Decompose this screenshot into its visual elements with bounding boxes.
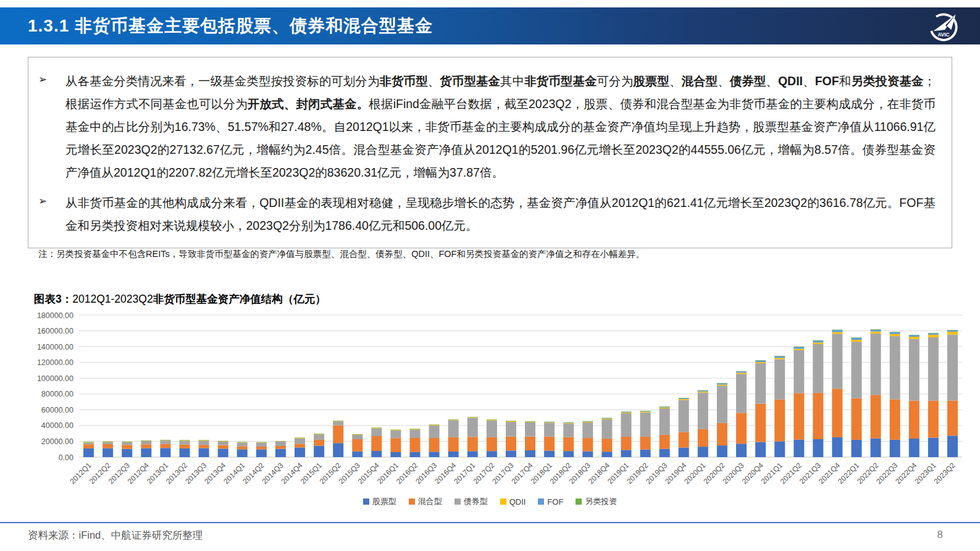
bar-segment-另类投资-2016Q4: [448, 419, 459, 420]
bar-segment-另类投资-2014Q3: [275, 441, 286, 442]
bar-segment-另类投资-2018Q3: [582, 421, 593, 422]
source-note: 资料来源：iFind、中航证券研究所整理: [28, 529, 203, 542]
bar-segment-债券型-2017Q2: [487, 421, 497, 437]
bar-segment-另类投资-2017Q4: [525, 421, 535, 422]
bar-segment-另类投资-2019Q2: [640, 411, 651, 411]
bar-segment-混合型-2016Q3: [429, 438, 440, 452]
svg-text:AVIC: AVIC: [937, 32, 949, 38]
bar-segment-债券型-2016Q3: [429, 426, 440, 438]
bar-segment-股票型-2012Q1: [83, 448, 94, 457]
bar-segment-债券型-2016Q2: [410, 429, 421, 438]
bar-segment-QDII-2020Q1: [698, 392, 708, 393]
legend-item-另类投资: 另类投资: [576, 496, 617, 507]
bar-segment-混合型-2018Q4: [601, 439, 612, 452]
bar-segment-另类投资-2015Q4: [371, 427, 382, 428]
bar-segment-混合型-2014Q1: [237, 446, 248, 449]
bar-segment-混合型-2022Q3: [890, 399, 900, 439]
bar-segment-另类投资-2012Q2: [103, 442, 113, 442]
bar-segment-股票型-2019Q1: [621, 450, 632, 457]
bar-segment-FOF-2020Q4: [755, 361, 766, 362]
bar-segment-FOF-2022Q3: [890, 332, 900, 334]
bar-segment-混合型-2012Q3: [122, 445, 132, 448]
bar-segment-债券型-2022Q1: [852, 342, 862, 398]
bar-segment-另类投资-2012Q1: [83, 442, 94, 442]
bar-segment-QDII-2022Q1: [852, 340, 862, 342]
y-axis-tick-label: 80000.00: [41, 390, 73, 398]
bar-segment-QDII-2021Q4: [832, 332, 842, 334]
bar-segment-另类投资-2021Q2: [794, 347, 804, 347]
bar-segment-股票型-2013Q3: [199, 448, 209, 457]
bar-segment-另类投资-2016Q2: [410, 429, 421, 429]
bar-segment-债券型-2015Q2: [333, 421, 343, 425]
bar-segment-FOF-2022Q1: [852, 338, 862, 340]
bar-segment-另类投资-2014Q2: [256, 442, 267, 443]
legend-swatch-icon: [363, 498, 369, 505]
bar-segment-混合型-2019Q1: [621, 437, 632, 450]
bar-segment-混合型-2017Q1: [467, 437, 478, 451]
legend-item-混合型: 混合型: [409, 496, 442, 507]
bar-segment-债券型-2013Q3: [199, 440, 209, 445]
bar-segment-股票型-2019Q3: [660, 449, 670, 457]
bar-segment-另类投资-2013Q3: [199, 440, 209, 440]
bar-segment-债券型-2013Q4: [218, 442, 228, 445]
bar-segment-债券型-2018Q4: [601, 419, 612, 439]
bar-segment-另类投资-2012Q3: [122, 442, 132, 442]
bar-segment-另类投资-2020Q2: [717, 383, 727, 384]
y-axis-tick-label: 40000.00: [41, 421, 73, 430]
bar-segment-混合型-2012Q1: [83, 444, 94, 448]
bar-segment-股票型-2019Q4: [679, 448, 689, 457]
y-axis-tick-label: 160000.00: [37, 327, 73, 335]
bar-segment-混合型-2023Q2: [947, 400, 958, 435]
bar-segment-另类投资-2022Q2: [871, 329, 881, 330]
legend-label: 混合型: [418, 496, 442, 507]
bar-segment-FOF-2022Q2: [871, 330, 881, 332]
y-axis-tick-label: 140000.00: [37, 343, 73, 351]
header-band: 1.3.1 非货币基金主要包括股票、债券和混合型基金 AVIC: [0, 7, 980, 44]
bar-segment-另类投资-2019Q3: [660, 406, 670, 407]
bar-segment-QDII-2021Q3: [813, 342, 823, 344]
bar-segment-另类投资-2021Q3: [813, 340, 823, 341]
bar-segment-混合型-2023Q1: [928, 401, 939, 438]
y-axis-tick-label: 20000.00: [41, 437, 73, 446]
bar-segment-债券型-2020Q3: [736, 374, 747, 413]
bar-segment-债券型-2012Q2: [103, 442, 113, 444]
bar-segment-另类投资-2018Q2: [563, 423, 574, 423]
avic-logo-icon: AVIC: [926, 9, 961, 44]
bar-segment-QDII-2019Q2: [640, 411, 651, 412]
bar-segment-混合型-2022Q4: [909, 401, 919, 439]
bar-segment-股票型-2016Q4: [448, 452, 459, 457]
bar-segment-股票型-2020Q2: [717, 445, 727, 457]
bar-segment-债券型-2022Q2: [871, 334, 881, 395]
bar-segment-QDII-2021Q2: [794, 349, 804, 350]
bar-segment-混合型-2017Q4: [525, 437, 535, 450]
bar-segment-混合型-2021Q2: [794, 393, 804, 439]
bar-segment-QDII-2019Q1: [621, 413, 632, 413]
bar-segment-混合型-2022Q2: [871, 395, 881, 439]
bar-segment-另类投资-2015Q3: [352, 434, 362, 435]
bar-segment-股票型-2015Q1: [314, 445, 324, 457]
bar-segment-债券型-2015Q4: [371, 428, 382, 436]
bar-segment-FOF-2021Q2: [794, 347, 804, 349]
y-axis-tick-label: 180000.00: [37, 311, 73, 320]
bar-segment-债券型-2018Q3: [582, 423, 593, 438]
bar-segment-混合型-2013Q3: [199, 445, 209, 448]
bar-segment-另类投资-2023Q2: [947, 330, 958, 330]
bar-segment-债券型-2018Q2: [563, 424, 574, 437]
bar-segment-股票型-2012Q4: [141, 448, 151, 457]
bar-segment-债券型-2018Q1: [544, 423, 555, 437]
bar-segment-QDII-2018Q4: [601, 419, 612, 419]
bar-segment-混合型-2014Q3: [275, 446, 286, 449]
bar-segment-股票型-2020Q1: [698, 447, 708, 457]
bar-segment-混合型-2013Q1: [160, 444, 170, 448]
bar-segment-QDII-2019Q4: [679, 399, 689, 400]
bar-segment-QDII-2023Q2: [947, 332, 958, 335]
bar-segment-另类投资-2021Q1: [774, 356, 785, 356]
bar-segment-债券型-2015Q3: [352, 435, 362, 439]
bar-segment-股票型-2020Q3: [736, 444, 747, 457]
bar-segment-股票型-2015Q2: [333, 443, 343, 457]
bar-segment-债券型-2017Q3: [506, 422, 516, 437]
legend-swatch-icon: [500, 498, 506, 505]
bar-segment-债券型-2023Q1: [928, 337, 939, 401]
bullet-arrow-icon: ➢: [38, 70, 65, 86]
bar-segment-另类投资-2020Q1: [698, 390, 708, 391]
